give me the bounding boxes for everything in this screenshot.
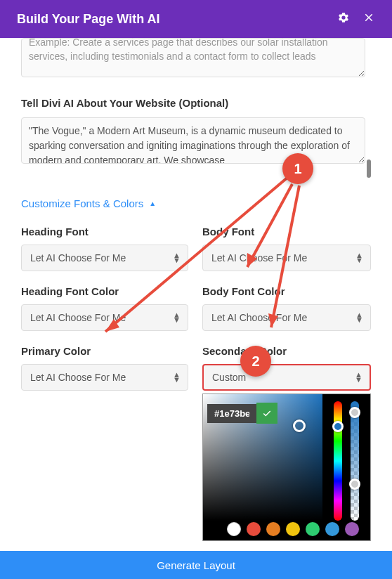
svg-line-0: [105, 177, 288, 332]
annotation-arrows: [0, 0, 392, 579]
generate-layout-button[interactable]: Generate Layout: [0, 551, 392, 579]
svg-marker-5: [268, 313, 278, 327]
svg-line-4: [271, 186, 299, 327]
